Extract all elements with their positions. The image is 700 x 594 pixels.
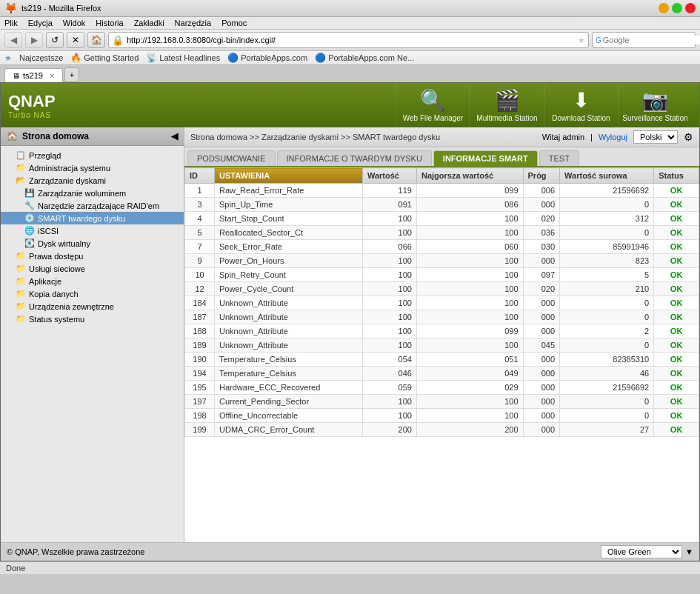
sidebar-item-kopia-danych[interactable]: 📁 Kopia danych — [1, 287, 184, 300]
table-row: 4 Start_Stop_Count 100 100 020 312 OK — [185, 212, 699, 226]
content-wrapper: 🏠 Strona domowa ◀ 📋 Przegląd 📁 Administr… — [1, 127, 699, 542]
tab-informacje-smart[interactable]: INFORMACJE SMART — [433, 150, 538, 166]
cell-raw: 0 — [560, 338, 654, 353]
cell-threshold: 000 — [523, 353, 560, 367]
sidebar-item-iscsi[interactable]: 🌐 iSCSI — [1, 224, 184, 237]
tab-favicon: 🖥 — [13, 72, 20, 80]
cell-id: 188 — [185, 324, 215, 338]
tab-close-icon[interactable]: ✕ — [49, 72, 55, 80]
app-download-station[interactable]: ⬇ Download Station — [544, 83, 618, 127]
language-selector[interactable]: Polski — [633, 130, 678, 144]
menu-bookmarks[interactable]: Zakładki — [134, 19, 164, 27]
search-input[interactable] — [603, 36, 700, 44]
cell-name: UDMA_CRC_Error_Count — [215, 423, 363, 437]
app-surveillance-station[interactable]: 📷 Surveillance Station — [618, 83, 692, 127]
address-bar[interactable]: 🔒 ★ — [108, 32, 589, 48]
cell-worst: 100 — [416, 226, 523, 240]
main-panel: Strona domowa >> Zarządzanie dyskami >> … — [184, 127, 699, 542]
cell-status: OK — [654, 338, 699, 353]
menu-history[interactable]: Historia — [96, 19, 123, 27]
menu-file[interactable]: Plik — [4, 19, 18, 27]
sidebar-header: 🏠 Strona domowa ◀ — [1, 127, 184, 146]
sidebar-collapse-icon[interactable]: ◀ — [171, 131, 178, 141]
smart-table-container[interactable]: ID USTAWIENIA Wartość Najgorsza wartość … — [184, 167, 699, 437]
cell-threshold: 030 — [523, 240, 560, 254]
bookmark-most-visited[interactable]: Najczęstsze — [19, 53, 63, 62]
cell-status: OK — [654, 423, 699, 437]
cell-name: Unknown_Attribute — [215, 310, 363, 324]
reload-button[interactable]: ↺ — [46, 32, 64, 48]
stop-button[interactable]: ✕ — [67, 32, 84, 48]
back-button[interactable]: ◀ — [4, 32, 22, 48]
cell-worst: 029 — [416, 381, 523, 395]
close-btn[interactable] — [685, 3, 696, 13]
smart-icon: 💿 — [24, 213, 35, 223]
cell-raw: 21596692 — [560, 184, 654, 198]
cell-raw: 82385310 — [560, 353, 654, 367]
cell-raw: 85991946 — [560, 240, 654, 254]
table-row: 3 Spin_Up_Time 091 086 000 0 OK — [185, 198, 699, 212]
status-text: Done — [6, 564, 25, 573]
menu-view[interactable]: Widok — [63, 19, 86, 27]
aplikacje-icon: 📁 — [16, 276, 26, 286]
tab-podsumowanie[interactable]: PODSUMOWANIE — [187, 150, 276, 166]
forward-button[interactable]: ▶ — [25, 32, 43, 48]
cell-raw: 0 — [560, 226, 654, 240]
bookmark-portableapps-ne[interactable]: 🔵 PortableApps.com Ne... — [315, 53, 414, 63]
browser-tab-ts219[interactable]: 🖥 ts219 ✕ — [4, 68, 63, 82]
cell-worst: 100 — [416, 310, 523, 324]
cell-status: OK — [654, 212, 699, 226]
sidebar-item-dysk-wirtualny[interactable]: 💽 Dysk wirtualny — [1, 237, 184, 250]
cell-value: 200 — [363, 423, 417, 437]
sidebar-item-administracja[interactable]: 📁 Administracja systemu — [1, 161, 184, 174]
tab-informacje-dysk[interactable]: INFORMACJE O TWARDYM DYSKU — [277, 150, 432, 166]
bookmark-getting-started[interactable]: 🔥 Getting Started — [70, 53, 139, 63]
menu-tools[interactable]: Narzędzia — [175, 19, 212, 27]
cell-worst: 100 — [416, 212, 523, 226]
logout-link[interactable]: Wyloguj — [599, 133, 627, 141]
app-label-ss: Surveillance Station — [622, 114, 687, 122]
col-header-wartosc-surowa: Wartość surowa — [560, 168, 654, 184]
cell-raw: 5 — [560, 268, 654, 282]
new-tab-button[interactable]: + — [64, 67, 79, 82]
folder-open-icon: 📂 — [16, 176, 26, 185]
table-row: 194 Temperature_Celsius 046 049 000 46 O… — [185, 367, 699, 381]
sidebar-item-smart[interactable]: 💿 SMART twardego dysku — [1, 212, 184, 224]
cell-threshold: 097 — [523, 268, 560, 282]
sidebar-item-status-systemu[interactable]: 📁 Status systemu — [1, 313, 184, 325]
sidebar-item-przeglad[interactable]: 📋 Przegląd — [1, 149, 184, 161]
qnap-brand: QNAP — [8, 92, 56, 111]
bookmark-latest-headlines[interactable]: 📡 Latest Headlines — [146, 53, 220, 63]
sidebar-item-zarzadzanie-dyskami[interactable]: 📂 Zarządzanie dyskami — [1, 174, 184, 187]
cell-worst: 049 — [416, 367, 523, 381]
minimize-btn[interactable] — [659, 3, 669, 13]
sidebar-item-prawa-dostepu[interactable]: 📁 Prawa dostępu — [1, 250, 184, 262]
settings-icon[interactable]: ⚙ — [684, 131, 693, 143]
bookmark-portableapps[interactable]: 🔵 PortableApps.com — [227, 53, 307, 63]
app-multimedia-station[interactable]: 🎬 Multimedia Station — [470, 83, 544, 127]
cell-worst: 100 — [416, 296, 523, 310]
address-input[interactable] — [127, 36, 578, 44]
cell-id: 198 — [185, 409, 215, 423]
home-button[interactable]: 🏠 — [87, 32, 105, 48]
tab-test[interactable]: TEST — [539, 150, 579, 166]
sidebar-item-uslugi-sieciowe[interactable]: 📁 Usługi sieciowe — [1, 262, 184, 275]
sidebar-item-raid[interactable]: 🔧 Narzędzie zarządzające RAID'em — [1, 199, 184, 212]
maximize-btn[interactable] — [672, 3, 682, 13]
theme-select[interactable]: Olive Green Blue Gray — [601, 545, 682, 558]
menu-help[interactable]: Pomoc — [221, 19, 247, 27]
sidebar-item-urzadzenia[interactable]: 📁 Urządzenia zewnętrzne — [1, 300, 184, 313]
sidebar-item-aplikacje[interactable]: 📁 Aplikacje — [1, 275, 184, 287]
col-header-prog: Próg — [523, 168, 560, 184]
cell-id: 9 — [185, 254, 215, 268]
cell-name: Spin_Retry_Count — [215, 268, 363, 282]
app-web-file-manager[interactable]: 🔍 Web File Manager — [396, 83, 470, 127]
sidebar-item-woluminem[interactable]: 💾 Zarządzanie woluminem — [1, 187, 184, 199]
cell-threshold: 000 — [523, 381, 560, 395]
menu-edit[interactable]: Edycja — [28, 19, 53, 27]
search-box[interactable]: G 🔍 — [592, 32, 696, 48]
cell-status: OK — [654, 395, 699, 409]
cell-worst: 100 — [416, 338, 523, 353]
cell-name: Reallocated_Sector_Ct — [215, 226, 363, 240]
cell-threshold: 000 — [523, 296, 560, 310]
